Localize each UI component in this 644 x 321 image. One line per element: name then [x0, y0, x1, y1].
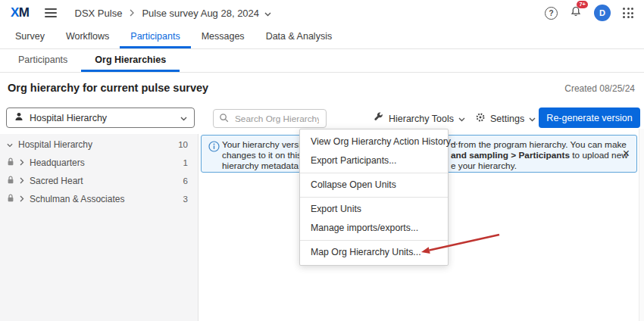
- settings-label: Settings: [490, 114, 524, 124]
- org-tree-panel: Hospital Hierarchy 10 Headquarters 1: [0, 134, 199, 321]
- app-window: XM DSX Pulse Pulse survey Aug 28, 2024 ?: [0, 0, 644, 321]
- breadcrumb-program[interactable]: DSX Pulse: [75, 8, 123, 19]
- tree-item-label: Sacred Heart: [30, 176, 83, 186]
- tree-item-label: Schulman & Associates: [30, 194, 124, 204]
- regenerate-version-button[interactable]: Re-generate version: [539, 108, 640, 128]
- chevron-right-icon: [130, 8, 134, 19]
- chevron-right-icon[interactable]: [20, 176, 24, 186]
- primary-nav: Survey Workflows Participants Messages D…: [0, 26, 644, 49]
- hamburger-menu-icon[interactable]: [45, 8, 57, 17]
- tree-item-count: 3: [183, 195, 188, 204]
- settings-button[interactable]: Settings: [470, 109, 540, 128]
- menu-item-manage-imports-exports[interactable]: Manage imports/exports...: [300, 219, 448, 238]
- tree-item-count: 1: [183, 158, 188, 167]
- app-grid-icon[interactable]: [623, 8, 633, 18]
- banner-text: d from the program hierarchy. You can ma…: [451, 140, 627, 150]
- notifications-button[interactable]: 7+: [570, 5, 582, 20]
- chevron-down-icon: [458, 114, 465, 124]
- menu-item-export-participants[interactable]: Export Participants...: [300, 151, 448, 170]
- help-icon[interactable]: ?: [545, 7, 558, 20]
- menu-item-export-units[interactable]: Export Units: [300, 200, 448, 219]
- chevron-down-icon: [529, 114, 536, 124]
- banner-text: Your hierarchy version: [222, 139, 311, 150]
- tree-item-headquarters[interactable]: Headquarters 1: [0, 154, 198, 172]
- lock-icon: [7, 194, 14, 204]
- caret-down-icon[interactable]: [7, 139, 13, 150]
- page-title: Org hierarchy for current pulse survey: [8, 82, 208, 94]
- menu-item-collapse-open-units[interactable]: Collapse Open Units: [300, 176, 448, 195]
- tree-item-count: 6: [183, 176, 188, 185]
- lock-icon: [7, 157, 14, 168]
- subtab-org-hierarchies[interactable]: Org Hierarchies: [81, 49, 180, 72]
- secondary-nav: Participants Org Hierarchies: [0, 49, 644, 73]
- menu-divider: [300, 173, 448, 173]
- tab-workflows[interactable]: Workflows: [55, 26, 120, 48]
- lock-icon: [7, 176, 14, 186]
- tab-data-analysis[interactable]: Data & Analysis: [255, 26, 343, 48]
- banner-text: e your hierarchy.: [451, 161, 517, 171]
- tree-root-row[interactable]: Hospital Hierarchy 10: [0, 136, 198, 154]
- search-input[interactable]: [233, 113, 320, 125]
- tab-messages[interactable]: Messages: [191, 26, 255, 48]
- menu-divider: [300, 240, 448, 241]
- tree-item-schulman[interactable]: Schulman & Associates 3: [0, 190, 198, 208]
- breadcrumb: DSX Pulse Pulse survey Aug 28, 2024: [75, 8, 272, 19]
- search-box: [213, 109, 327, 128]
- org-person-icon: [14, 111, 24, 124]
- vertical-scrollbar[interactable]: [639, 129, 644, 321]
- hierarchy-tools-label: Hierarchy Tools: [389, 114, 454, 124]
- tree-root-label: Hospital Hierarchy: [18, 139, 92, 150]
- hierarchy-tools-button[interactable]: Hierarchy Tools: [369, 109, 470, 128]
- banner-text: and sampling > Participants to upload ne…: [451, 151, 628, 160]
- top-bar: XM DSX Pulse Pulse survey Aug 28, 2024 ?: [0, 0, 644, 26]
- subtab-participants[interactable]: Participants: [5, 49, 81, 72]
- chevron-down-icon: [180, 113, 187, 123]
- hierarchy-tools-menu: View Org Hierarchy Action History... Exp…: [299, 129, 449, 266]
- chevron-right-icon[interactable]: [20, 194, 24, 204]
- menu-divider: [300, 197, 448, 198]
- menu-item-map-org-hierarchy-units[interactable]: Map Org Hierarchy Units...: [300, 243, 448, 262]
- banner-line-1: Your hierarchy version d from the progra…: [222, 140, 311, 150]
- tab-survey[interactable]: Survey: [5, 26, 55, 48]
- xm-logo-m: M: [19, 5, 30, 20]
- menu-item-view-action-history[interactable]: View Org Hierarchy Action History...: [300, 132, 448, 151]
- xm-logo-x: X: [11, 5, 19, 20]
- search-icon: [219, 112, 229, 126]
- topbar-actions: ? 7+ D: [545, 5, 633, 21]
- avatar[interactable]: D: [594, 5, 611, 21]
- tree-item-sacred-heart[interactable]: Sacred Heart 6: [0, 172, 198, 190]
- chevron-right-icon[interactable]: [20, 157, 24, 168]
- xm-logo: XM: [11, 5, 30, 20]
- wrench-icon: [374, 112, 384, 125]
- tree-item-label: Headquarters: [30, 157, 85, 168]
- chevron-down-icon: [264, 8, 271, 19]
- created-date: Created 08/25/24: [564, 83, 635, 94]
- close-icon[interactable]: ×: [623, 148, 630, 160]
- tab-participants[interactable]: Participants: [120, 26, 190, 48]
- hierarchy-select[interactable]: Hospital Hierarchy: [6, 108, 195, 128]
- breadcrumb-survey-label: Pulse survey Aug 28, 2024: [142, 8, 259, 19]
- info-icon: [208, 141, 220, 155]
- notification-badge: 7+: [577, 1, 588, 8]
- tree-root-count: 10: [178, 140, 188, 149]
- breadcrumb-survey-dropdown[interactable]: Pulse survey Aug 28, 2024: [142, 8, 271, 19]
- gear-icon: [475, 112, 486, 125]
- hierarchy-select-value: Hospital Hierarchy: [30, 113, 107, 123]
